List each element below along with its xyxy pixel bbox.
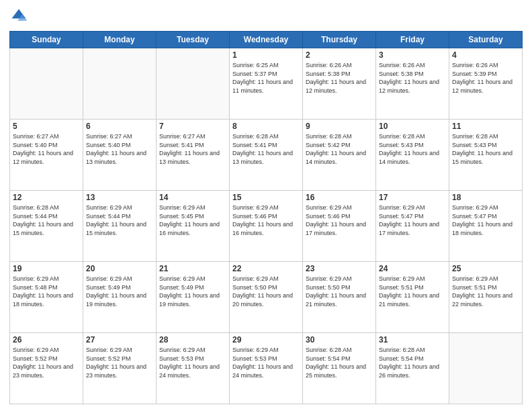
day-number: 3 [379,50,446,60]
day-number: 26 [13,335,80,345]
day-header-monday: Monday [83,32,157,48]
cell-info: Sunrise: 6:28 AM Sunset: 5:41 PM Dayligh… [232,132,300,166]
calendar-cell: 9Sunrise: 6:28 AM Sunset: 5:42 PM Daylig… [303,120,376,191]
day-number: 22 [232,264,300,273]
day-number: 11 [452,122,519,131]
day-number: 12 [13,193,80,202]
calendar-cell: 25Sunrise: 6:29 AM Sunset: 5:51 PM Dayli… [449,262,523,333]
calendar-cell: 22Sunrise: 6:29 AM Sunset: 5:50 PM Dayli… [230,262,303,333]
calendar-cell: 21Sunrise: 6:29 AM Sunset: 5:49 PM Dayli… [157,262,230,333]
calendar-cell: 17Sunrise: 6:29 AM Sunset: 5:47 PM Dayli… [376,191,449,262]
cell-info: Sunrise: 6:29 AM Sunset: 5:53 PM Dayligh… [159,346,226,379]
calendar-cell: 18Sunrise: 6:29 AM Sunset: 5:47 PM Dayli… [449,191,523,262]
day-number: 2 [306,50,373,60]
week-row-3: 12Sunrise: 6:28 AM Sunset: 5:44 PM Dayli… [10,191,523,262]
day-number: 23 [306,264,373,273]
cell-info: Sunrise: 6:26 AM Sunset: 5:39 PM Dayligh… [452,61,519,95]
calendar-cell: 7Sunrise: 6:27 AM Sunset: 5:41 PM Daylig… [157,120,230,191]
day-number: 9 [306,122,373,131]
calendar-cell: 26Sunrise: 6:29 AM Sunset: 5:52 PM Dayli… [10,333,83,404]
cell-info: Sunrise: 6:28 AM Sunset: 5:42 PM Dayligh… [306,132,373,166]
cell-info: Sunrise: 6:29 AM Sunset: 5:47 PM Dayligh… [379,203,446,237]
week-row-5: 26Sunrise: 6:29 AM Sunset: 5:52 PM Dayli… [10,333,523,404]
cell-info: Sunrise: 6:29 AM Sunset: 5:45 PM Dayligh… [159,203,226,237]
day-header-wednesday: Wednesday [230,32,303,48]
cell-info: Sunrise: 6:29 AM Sunset: 5:51 PM Dayligh… [379,275,446,308]
cell-info: Sunrise: 6:28 AM Sunset: 5:54 PM Dayligh… [379,346,446,379]
day-header-friday: Friday [376,32,449,48]
cell-info: Sunrise: 6:29 AM Sunset: 5:46 PM Dayligh… [306,203,373,237]
day-number: 20 [86,264,153,273]
day-number: 28 [159,335,226,345]
cell-info: Sunrise: 6:26 AM Sunset: 5:38 PM Dayligh… [306,61,373,95]
day-header-sunday: Sunday [10,32,83,48]
cell-info: Sunrise: 6:29 AM Sunset: 5:49 PM Dayligh… [86,275,153,308]
day-header-saturday: Saturday [449,32,523,48]
day-number: 10 [379,122,446,131]
logo [9,7,31,26]
day-number: 13 [86,193,153,202]
calendar-cell: 1Sunrise: 6:25 AM Sunset: 5:37 PM Daylig… [230,48,303,120]
cell-info: Sunrise: 6:29 AM Sunset: 5:48 PM Dayligh… [13,275,80,308]
calendar-cell: 19Sunrise: 6:29 AM Sunset: 5:48 PM Dayli… [10,262,83,333]
calendar-cell: 31Sunrise: 6:28 AM Sunset: 5:54 PM Dayli… [376,333,449,404]
calendar-cell: 27Sunrise: 6:29 AM Sunset: 5:52 PM Dayli… [83,333,157,404]
week-row-4: 19Sunrise: 6:29 AM Sunset: 5:48 PM Dayli… [10,262,523,333]
calendar-cell: 12Sunrise: 6:28 AM Sunset: 5:44 PM Dayli… [10,191,83,262]
calendar-cell: 3Sunrise: 6:26 AM Sunset: 5:38 PM Daylig… [376,48,449,120]
cell-info: Sunrise: 6:29 AM Sunset: 5:49 PM Dayligh… [159,275,226,308]
cell-info: Sunrise: 6:28 AM Sunset: 5:43 PM Dayligh… [452,132,519,166]
day-header-thursday: Thursday [303,32,376,48]
cell-info: Sunrise: 6:29 AM Sunset: 5:47 PM Dayligh… [452,203,519,237]
logo-icon [9,7,28,26]
day-number: 24 [379,264,446,273]
day-number: 8 [232,122,300,131]
calendar-cell: 15Sunrise: 6:29 AM Sunset: 5:46 PM Dayli… [230,191,303,262]
day-number: 6 [86,122,153,131]
cell-info: Sunrise: 6:28 AM Sunset: 5:44 PM Dayligh… [13,203,80,237]
cell-info: Sunrise: 6:28 AM Sunset: 5:43 PM Dayligh… [379,132,446,166]
cell-info: Sunrise: 6:27 AM Sunset: 5:41 PM Dayligh… [159,132,226,166]
day-number: 25 [452,264,519,273]
calendar-cell: 29Sunrise: 6:29 AM Sunset: 5:53 PM Dayli… [230,333,303,404]
week-row-2: 5Sunrise: 6:27 AM Sunset: 5:40 PM Daylig… [10,120,523,191]
calendar-cell: 10Sunrise: 6:28 AM Sunset: 5:43 PM Dayli… [376,120,449,191]
cell-info: Sunrise: 6:26 AM Sunset: 5:38 PM Dayligh… [379,61,446,95]
day-number: 7 [159,122,226,131]
cell-info: Sunrise: 6:25 AM Sunset: 5:37 PM Dayligh… [232,61,300,95]
day-header-tuesday: Tuesday [157,32,230,48]
calendar-cell [10,48,83,120]
calendar-cell: 13Sunrise: 6:29 AM Sunset: 5:44 PM Dayli… [83,191,157,262]
day-number: 16 [306,193,373,202]
day-number: 29 [232,335,300,345]
day-number: 31 [379,335,446,345]
day-number: 4 [452,50,519,60]
calendar-cell: 6Sunrise: 6:27 AM Sunset: 5:40 PM Daylig… [83,120,157,191]
calendar-cell: 23Sunrise: 6:29 AM Sunset: 5:50 PM Dayli… [303,262,376,333]
day-number: 19 [13,264,80,273]
day-number: 21 [159,264,226,273]
day-number: 14 [159,193,226,202]
calendar-cell: 11Sunrise: 6:28 AM Sunset: 5:43 PM Dayli… [449,120,523,191]
cell-info: Sunrise: 6:29 AM Sunset: 5:51 PM Dayligh… [452,275,519,308]
cell-info: Sunrise: 6:29 AM Sunset: 5:52 PM Dayligh… [13,346,80,379]
day-number: 15 [232,193,300,202]
calendar-cell: 16Sunrise: 6:29 AM Sunset: 5:46 PM Dayli… [303,191,376,262]
day-number: 5 [13,122,80,131]
calendar-cell: 2Sunrise: 6:26 AM Sunset: 5:38 PM Daylig… [303,48,376,120]
cell-info: Sunrise: 6:29 AM Sunset: 5:50 PM Dayligh… [306,275,373,308]
cell-info: Sunrise: 6:29 AM Sunset: 5:50 PM Dayligh… [232,275,300,308]
day-number: 17 [379,193,446,202]
calendar-cell: 30Sunrise: 6:28 AM Sunset: 5:54 PM Dayli… [303,333,376,404]
week-row-1: 1Sunrise: 6:25 AM Sunset: 5:37 PM Daylig… [10,48,523,120]
calendar-cell: 8Sunrise: 6:28 AM Sunset: 5:41 PM Daylig… [230,120,303,191]
header-row: SundayMondayTuesdayWednesdayThursdayFrid… [10,32,523,48]
cell-info: Sunrise: 6:29 AM Sunset: 5:46 PM Dayligh… [232,203,300,237]
calendar-cell: 28Sunrise: 6:29 AM Sunset: 5:53 PM Dayli… [157,333,230,404]
calendar-cell [83,48,157,120]
day-number: 27 [86,335,153,345]
calendar-cell: 14Sunrise: 6:29 AM Sunset: 5:45 PM Dayli… [157,191,230,262]
cell-info: Sunrise: 6:29 AM Sunset: 5:52 PM Dayligh… [86,346,153,379]
cell-info: Sunrise: 6:27 AM Sunset: 5:40 PM Dayligh… [86,132,153,166]
cell-info: Sunrise: 6:29 AM Sunset: 5:44 PM Dayligh… [86,203,153,237]
